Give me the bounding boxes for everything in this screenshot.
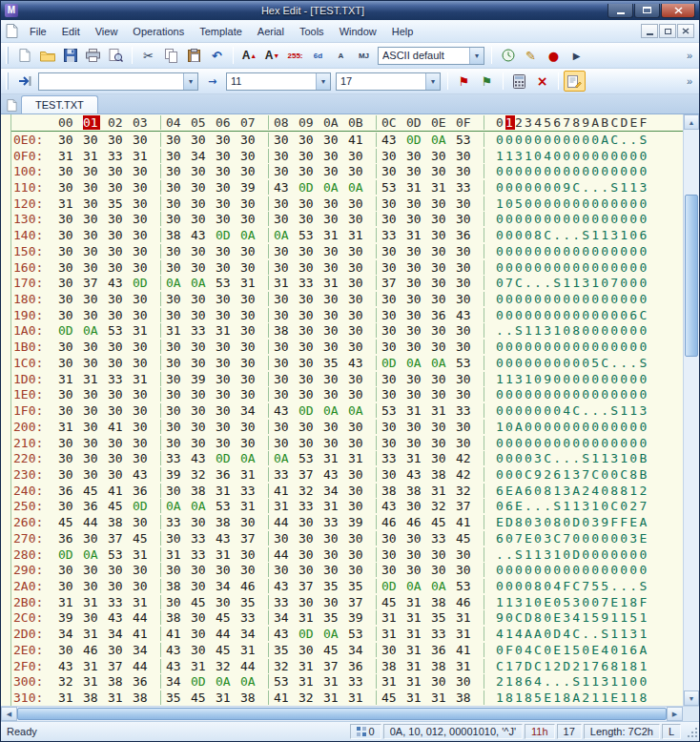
hex-byte[interactable]: 30 bbox=[323, 547, 348, 562]
hex-byte[interactable]: 31 bbox=[58, 372, 83, 386]
hex-byte[interactable]: 31 bbox=[323, 674, 348, 689]
hex-byte[interactable]: 30 bbox=[323, 531, 348, 546]
hex-byte[interactable]: 37 bbox=[456, 499, 481, 513]
hex-byte[interactable]: 30 bbox=[274, 531, 299, 546]
hex-byte[interactable]: 30 bbox=[133, 515, 157, 529]
ascii-text[interactable]: 0000000000000000 bbox=[496, 212, 649, 226]
hex-byte[interactable]: 31 bbox=[431, 690, 456, 705]
hex-byte[interactable]: 30 bbox=[191, 515, 216, 529]
hex-byte[interactable]: 38 bbox=[166, 228, 191, 242]
hex-byte[interactable]: 44 bbox=[216, 627, 240, 641]
hex-byte[interactable]: 30 bbox=[216, 595, 240, 609]
hex-byte[interactable]: 30 bbox=[58, 356, 83, 370]
hex-byte[interactable]: 30 bbox=[348, 387, 373, 402]
hex-byte[interactable]: 30 bbox=[216, 387, 240, 402]
toolbar-drag-handle[interactable] bbox=[6, 47, 9, 64]
hex-byte[interactable]: 39 bbox=[348, 515, 373, 529]
hex-byte[interactable]: 37 bbox=[299, 467, 323, 482]
hex-byte[interactable]: 34 bbox=[191, 149, 216, 163]
hex-byte[interactable]: 31 bbox=[83, 627, 108, 641]
hex-byte[interactable]: 30 bbox=[216, 133, 240, 147]
hex-byte[interactable]: 30 bbox=[323, 340, 348, 354]
menu-aerial[interactable]: Aerial bbox=[250, 22, 292, 41]
hex-byte[interactable]: 30 bbox=[348, 276, 373, 290]
hex-byte[interactable]: 30 bbox=[274, 260, 299, 275]
hex-byte[interactable]: 31 bbox=[216, 323, 240, 338]
scheme-button[interactable] bbox=[497, 45, 519, 66]
ascii-text[interactable]: 21864...S1131100 bbox=[496, 674, 649, 689]
hex-byte[interactable]: 31 bbox=[456, 627, 481, 641]
hex-byte[interactable]: 30 bbox=[58, 579, 83, 593]
hex-byte[interactable]: 30 bbox=[166, 260, 191, 275]
hex-byte[interactable]: 0A bbox=[431, 356, 456, 370]
hex-byte[interactable]: 53 bbox=[348, 627, 373, 641]
play-macro-button[interactable]: ▶ bbox=[566, 45, 587, 66]
hex-byte[interactable]: 30 bbox=[166, 149, 191, 163]
hex-byte[interactable]: 30 bbox=[83, 467, 108, 482]
hex-byte[interactable]: 30 bbox=[323, 563, 348, 577]
hex-byte[interactable]: 46 bbox=[83, 643, 108, 657]
hex-byte[interactable]: 37 bbox=[299, 579, 323, 593]
hex-byte[interactable]: 30 bbox=[323, 212, 348, 226]
hex-byte[interactable]: 31 bbox=[108, 690, 133, 705]
toolbar-drag-handle[interactable] bbox=[6, 72, 9, 90]
hex-byte[interactable]: 38 bbox=[274, 323, 299, 338]
hex-byte[interactable]: 31 bbox=[133, 323, 157, 338]
ascii-charset-button[interactable]: A bbox=[330, 45, 352, 66]
hex-byte[interactable]: 36 bbox=[348, 659, 373, 673]
hex-byte[interactable]: 30 bbox=[406, 164, 431, 178]
unicode-charset-button[interactable]: MJ bbox=[353, 45, 375, 66]
hex-byte[interactable]: 30 bbox=[133, 244, 157, 258]
calculator-button[interactable] bbox=[508, 71, 530, 92]
hex-byte[interactable]: 30 bbox=[431, 276, 456, 290]
hex-byte[interactable]: 30 bbox=[381, 643, 406, 657]
hex-byte[interactable]: 30 bbox=[166, 340, 191, 354]
hex-byte[interactable]: 0D bbox=[133, 276, 157, 290]
ascii-text[interactable]: 1131090000000000 bbox=[496, 372, 649, 386]
hex-byte[interactable]: 31 bbox=[240, 643, 265, 657]
hex-byte[interactable]: 0D bbox=[381, 579, 406, 593]
hex-byte[interactable]: 30 bbox=[348, 531, 373, 546]
hex-byte[interactable]: 30 bbox=[456, 164, 481, 178]
hex-byte[interactable]: 38 bbox=[166, 610, 191, 625]
hex-byte[interactable]: 42 bbox=[456, 467, 481, 482]
hex-byte[interactable]: 30 bbox=[299, 212, 323, 226]
hex-byte[interactable]: 30 bbox=[166, 180, 191, 195]
hex-byte[interactable]: 30 bbox=[240, 260, 265, 275]
hex-editor[interactable]: 000102030405060708090A0B0C0D0E0F 0123456… bbox=[1, 114, 683, 706]
hex-byte[interactable]: 33 bbox=[240, 610, 265, 625]
hex-byte[interactable]: 31 bbox=[216, 690, 240, 705]
hex-byte[interactable]: 30 bbox=[299, 420, 323, 434]
hex-byte[interactable]: 30 bbox=[83, 260, 108, 275]
hex-byte[interactable]: 30 bbox=[381, 196, 406, 211]
hex-byte[interactable]: 30 bbox=[191, 308, 216, 322]
hex-byte[interactable]: 31 bbox=[456, 659, 481, 673]
hex-byte[interactable]: 30 bbox=[431, 436, 456, 450]
hex-byte[interactable]: 0A bbox=[406, 356, 431, 370]
hex-byte[interactable]: 30 bbox=[191, 563, 216, 577]
hex-byte[interactable]: 30 bbox=[216, 164, 240, 178]
hex-byte[interactable]: 30 bbox=[406, 563, 431, 577]
hex-byte[interactable]: 39 bbox=[58, 610, 83, 625]
hex-byte[interactable]: 53 bbox=[299, 228, 323, 242]
hex-byte[interactable]: 30 bbox=[133, 563, 157, 577]
print-preview-button[interactable] bbox=[105, 45, 127, 66]
hex-byte[interactable]: 30 bbox=[240, 547, 265, 562]
hex-byte[interactable]: 43 bbox=[108, 610, 133, 625]
hex-byte[interactable]: 30 bbox=[456, 387, 481, 402]
hex-byte[interactable]: 35 bbox=[323, 579, 348, 593]
hex-byte[interactable]: 30 bbox=[58, 643, 83, 657]
hex-byte[interactable]: 30 bbox=[216, 244, 240, 258]
hex-byte[interactable]: 45 bbox=[323, 643, 348, 657]
scroll-left-button[interactable]: ◀ bbox=[1, 707, 17, 721]
hex-byte[interactable]: 30 bbox=[108, 563, 133, 577]
hex-byte[interactable]: 44 bbox=[133, 610, 157, 625]
hex-byte[interactable]: 30 bbox=[133, 260, 157, 275]
hex-byte[interactable]: 45 bbox=[191, 595, 216, 609]
ascii-text[interactable]: 0000000000000000 bbox=[496, 563, 649, 577]
hex-byte[interactable]: 31 bbox=[406, 451, 431, 465]
hex-byte[interactable]: 30 bbox=[406, 276, 431, 290]
hex-byte[interactable]: 43 bbox=[274, 403, 299, 418]
ascii-text[interactable]: 000C926137C00C8B bbox=[496, 467, 649, 482]
hex-byte[interactable]: 30 bbox=[108, 467, 133, 482]
